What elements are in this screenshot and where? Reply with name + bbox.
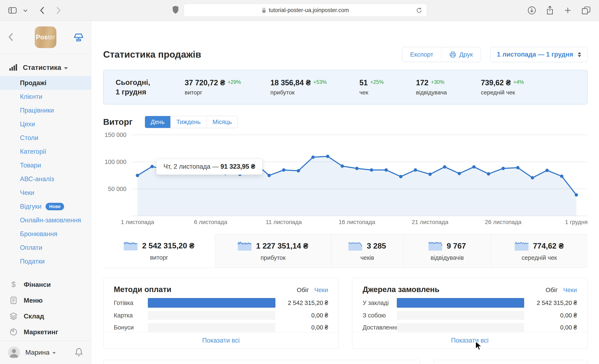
chart-point[interactable]	[399, 175, 403, 178]
chart-point[interactable]	[575, 193, 578, 196]
delta-badge: +53%	[313, 79, 327, 85]
sidebar-section-menu[interactable]: Меню	[0, 293, 91, 308]
total-cell-avg-receipt[interactable]: 774,62 ₴ середній чек	[491, 234, 588, 268]
chart-point[interactable]	[297, 169, 300, 172]
sidebar-item-employees[interactable]: Працівники	[0, 104, 91, 117]
chart-point[interactable]	[487, 172, 490, 176]
privacy-shield-icon[interactable]	[172, 5, 179, 15]
collapse-sidebar-icon[interactable]	[8, 32, 14, 43]
toggle-receipts[interactable]: Чеки	[314, 286, 328, 293]
chart-point[interactable]	[443, 165, 446, 169]
sidebar-group-statistics[interactable]: Статистика	[0, 61, 91, 74]
sidebar-item-label: Відгуки	[20, 203, 41, 210]
sidebar-section-label: Маркетинг	[24, 328, 58, 336]
reload-icon[interactable]	[415, 7, 423, 15]
sidebar-item-label: Товари	[20, 162, 41, 169]
total-cell-visitors[interactable]: 9 767 відвідувачів	[404, 234, 491, 268]
chart-point[interactable]	[311, 156, 315, 159]
sidebar-item-categories[interactable]: Категорії	[0, 145, 91, 159]
sidebar-item-receipts[interactable]: Чеки	[0, 186, 91, 200]
sidebar-chevron-down-icon[interactable]	[23, 9, 27, 12]
sidebar-section-inventory[interactable]: Склад	[0, 308, 91, 324]
tab-day[interactable]: День	[145, 116, 171, 128]
chart-canvas[interactable]	[132, 132, 587, 218]
chart-point[interactable]	[414, 168, 417, 172]
sidebar-item-reservations[interactable]: Бронювання	[0, 227, 91, 241]
chart-point[interactable]	[150, 165, 154, 168]
toggle-turnover[interactable]: Обіг	[546, 286, 558, 293]
tab-overview-icon[interactable]	[581, 6, 591, 15]
sidebar-item-products[interactable]: Товари	[0, 159, 91, 172]
sidebar-item-sales[interactable]: Продажі	[0, 76, 91, 90]
chart-point[interactable]	[560, 175, 564, 178]
total-cell-profit[interactable]: 1 227 351,14 ₴ прибуток	[215, 234, 331, 268]
chart-point[interactable]	[326, 155, 329, 158]
sidebar-item-label: Податки	[20, 258, 45, 265]
chart-point[interactable]	[282, 168, 285, 172]
sidebar-toggle-icon[interactable]	[8, 7, 17, 14]
sidebar-item-reviews[interactable]: ВідгукиНове	[0, 200, 91, 213]
chart-point[interactable]	[136, 174, 139, 177]
terminal-icon[interactable]	[74, 33, 84, 43]
document-icon	[9, 296, 18, 304]
total-cell-receipts[interactable]: 3 285 чеків	[331, 234, 404, 268]
date-range-select[interactable]: 1 листопада — 1 грудня	[490, 47, 588, 62]
sidebar-item-label: Бронювання	[20, 230, 57, 238]
chart-point[interactable]	[531, 176, 534, 179]
sparkline-icon	[124, 240, 138, 251]
forward-button[interactable]	[56, 6, 62, 15]
chart-point[interactable]	[545, 169, 549, 172]
sidebar-section-marketing[interactable]: Маркетинг	[0, 324, 91, 340]
export-button[interactable]: Експорт	[402, 47, 441, 62]
show-all-link[interactable]: Показати всі	[103, 332, 339, 348]
poster-logo[interactable]: Poster	[35, 27, 56, 48]
y-axis-label: 100 000	[103, 159, 126, 165]
x-axis-label: 1 листопада	[121, 219, 154, 225]
chart-tooltip: Чт, 2 листопада — 91 323,95 ₴	[156, 159, 263, 175]
downloads-icon[interactable]	[528, 6, 536, 15]
toggle-receipts[interactable]: Чеки	[563, 286, 577, 293]
chart-point[interactable]	[516, 166, 520, 169]
tab-month[interactable]: Місяць	[207, 116, 238, 128]
sidebar-item-label: Цехи	[20, 120, 35, 128]
sidebar-item-taxes[interactable]: Податки	[0, 255, 91, 268]
x-axis-label: 16 листопада	[339, 219, 375, 225]
chart-point[interactable]	[472, 165, 476, 169]
sidebar-item-clients[interactable]: Клієнти	[0, 90, 91, 104]
chart-point[interactable]	[267, 174, 271, 177]
chart-point[interactable]	[458, 172, 461, 175]
sidebar-item-payments[interactable]: Оплати	[0, 241, 91, 255]
x-axis-label: 11 листопада	[266, 219, 302, 225]
sidebar-item-tables[interactable]: Столи	[0, 131, 91, 145]
chart-point[interactable]	[428, 173, 432, 176]
avatar[interactable]	[8, 346, 20, 359]
sidebar-section-finance[interactable]: $ Фінанси	[0, 277, 91, 293]
chart-point[interactable]	[502, 167, 505, 170]
chart-point[interactable]	[370, 168, 373, 172]
sidebar-item-label: АВС-аналіз	[20, 175, 54, 183]
tab-week[interactable]: Тиждень	[170, 116, 206, 128]
share-icon[interactable]	[546, 6, 554, 15]
source-row-inhouse: У закладі 2 542 315,20 ₴	[363, 298, 577, 308]
back-button[interactable]	[39, 6, 45, 15]
chart-point[interactable]	[355, 167, 359, 170]
total-cell-revenue[interactable]: 2 542 315,20 ₴ виторг	[103, 234, 215, 268]
payment-methods-panel: Методи оплати Обіг Чеки Готівка 2 542 31…	[103, 278, 339, 349]
user-name[interactable]: Марина	[25, 349, 50, 356]
new-tab-icon[interactable]	[564, 6, 572, 15]
sidebar-item-online-orders[interactable]: Онлайн-замовлення	[0, 213, 91, 227]
browser-toolbar: tutorial-poster-ua.joinposter.com	[0, 0, 599, 21]
chart-point[interactable]	[385, 168, 388, 172]
address-bar[interactable]: tutorial-poster-ua.joinposter.com	[184, 4, 427, 17]
revenue-chart[interactable]: 50 000100 000150 000 Чт, 2 листопада — 9…	[103, 132, 588, 228]
bar-chart-icon	[9, 63, 17, 72]
sidebar-item-workshops[interactable]: Цехи	[0, 117, 91, 131]
toggle-turnover[interactable]: Обіг	[297, 286, 309, 293]
sidebar-item-label: Категорії	[20, 148, 46, 155]
sidebar-item-abc-analysis[interactable]: АВС-аналіз	[0, 172, 91, 186]
chart-point[interactable]	[341, 165, 344, 168]
print-button[interactable]: Друк	[441, 47, 481, 62]
show-all-link[interactable]: Показати всі	[352, 332, 588, 348]
sparkline-icon	[238, 241, 251, 251]
notifications-bell-icon[interactable]	[74, 347, 83, 358]
